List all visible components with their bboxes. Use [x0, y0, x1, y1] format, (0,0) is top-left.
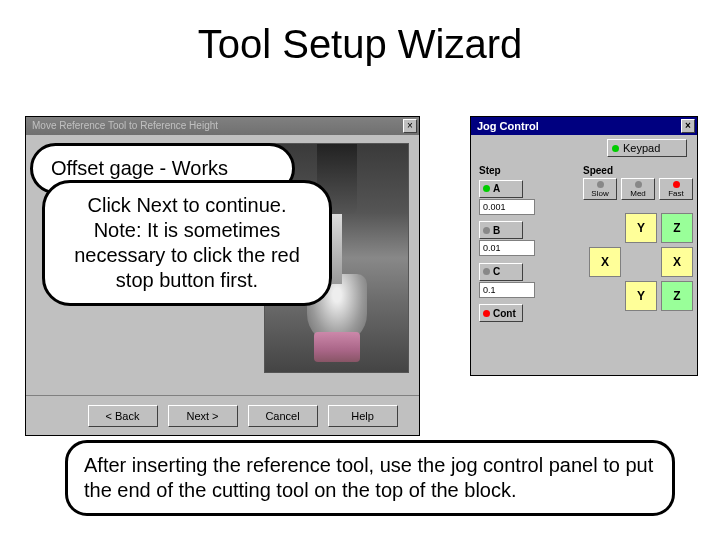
- step-a-indicator-icon: [483, 185, 490, 192]
- jog-close-button[interactable]: ×: [681, 119, 695, 133]
- jog-x-right-button[interactable]: X: [661, 247, 693, 277]
- wizard-title-text: Move Reference Tool to Reference Height: [32, 120, 218, 131]
- back-button[interactable]: < Back: [88, 405, 158, 427]
- jog-body: Keypad Step A 0.001 B 0.01 C 0.1 Cont Sp…: [471, 135, 697, 147]
- callout-after-insert: After inserting the reference tool, use …: [65, 440, 675, 516]
- jog-control-panel: Jog Control × Keypad Step A 0.001 B 0.01…: [470, 116, 698, 376]
- step-c-value: 0.1: [479, 282, 535, 298]
- keypad-button[interactable]: Keypad: [607, 139, 687, 157]
- wizard-titlebar: Move Reference Tool to Reference Height …: [26, 117, 419, 135]
- speed-section-label: Speed: [583, 165, 693, 176]
- jog-y-up-button[interactable]: Y: [625, 213, 657, 243]
- jog-z-up-button[interactable]: Z: [661, 213, 693, 243]
- fast-indicator-icon: [673, 181, 680, 188]
- step-a-value: 0.001: [479, 199, 535, 215]
- step-a-button[interactable]: A: [479, 180, 523, 198]
- speed-slow-button[interactable]: Slow: [583, 178, 617, 200]
- step-section-label: Step: [479, 165, 579, 176]
- jog-z-down-button[interactable]: Z: [661, 281, 693, 311]
- jog-y-down-button[interactable]: Y: [625, 281, 657, 311]
- step-section: Step A 0.001 B 0.01 C 0.1 Cont: [479, 165, 579, 325]
- slow-indicator-icon: [597, 181, 604, 188]
- wizard-close-button[interactable]: ×: [403, 119, 417, 133]
- wizard-button-row: < Back Next > Cancel Help: [26, 395, 419, 435]
- jog-titlebar: Jog Control ×: [471, 117, 697, 135]
- help-button[interactable]: Help: [328, 405, 398, 427]
- callout-click-next: Click Next to continue. Note: It is some…: [42, 180, 332, 306]
- jog-title-text: Jog Control: [477, 120, 539, 132]
- cancel-button[interactable]: Cancel: [248, 405, 318, 427]
- step-cont-button[interactable]: Cont: [479, 304, 523, 322]
- speed-med-button[interactable]: Med: [621, 178, 655, 200]
- speed-fast-button[interactable]: Fast: [659, 178, 693, 200]
- step-b-indicator-icon: [483, 227, 490, 234]
- step-cont-indicator-icon: [483, 310, 490, 317]
- step-c-indicator-icon: [483, 268, 490, 275]
- step-b-value: 0.01: [479, 240, 535, 256]
- jog-arrows: Y Z X X Y Z: [589, 213, 693, 345]
- med-indicator-icon: [635, 181, 642, 188]
- keypad-indicator-icon: [612, 145, 619, 152]
- page-title: Tool Setup Wizard: [0, 22, 720, 67]
- next-button[interactable]: Next >: [168, 405, 238, 427]
- step-c-button[interactable]: C: [479, 263, 523, 281]
- keypad-label: Keypad: [623, 142, 660, 154]
- step-b-button[interactable]: B: [479, 221, 523, 239]
- speed-section: Speed Slow Med Fast: [583, 165, 693, 200]
- jog-x-left-button[interactable]: X: [589, 247, 621, 277]
